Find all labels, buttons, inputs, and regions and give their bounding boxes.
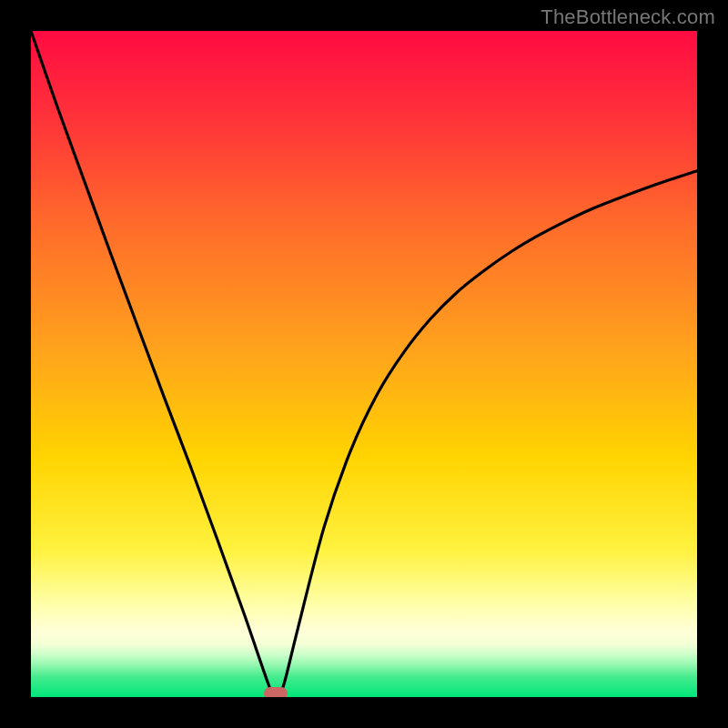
bottleneck-curve	[31, 31, 697, 697]
minimum-marker	[264, 687, 288, 697]
plot-area	[31, 31, 697, 697]
chart-frame: TheBottleneck.com	[0, 0, 728, 728]
watermark-text: TheBottleneck.com	[541, 5, 715, 29]
curve-layer	[31, 31, 697, 697]
